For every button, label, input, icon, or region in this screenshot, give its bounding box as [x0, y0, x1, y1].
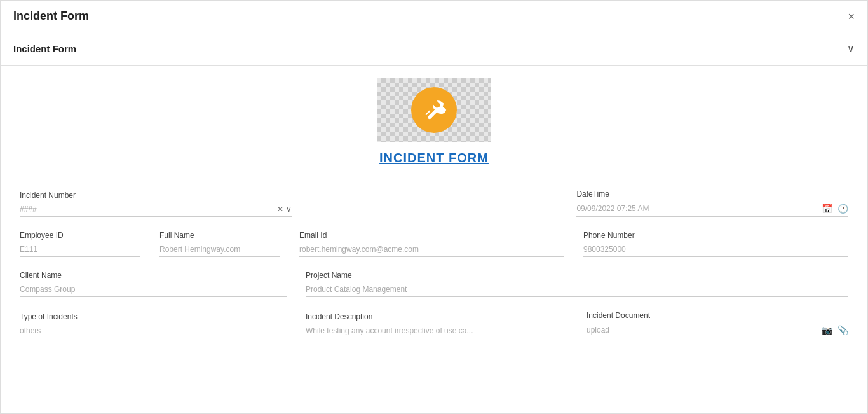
incident-doc-value: upload 📷 📎	[587, 322, 848, 338]
phone-text: 9800325000	[583, 245, 626, 254]
client-name-text: Compass Group	[20, 285, 75, 294]
wrench-icon	[421, 97, 447, 123]
employee-id-text: E111	[20, 245, 37, 254]
camera-icon[interactable]: 📷	[822, 325, 832, 335]
clear-button[interactable]: ✕ ∨	[277, 205, 291, 214]
close-button[interactable]: ×	[848, 11, 855, 22]
employee-id-field: Employee ID E111	[20, 231, 159, 257]
client-name-label: Client Name	[20, 271, 287, 280]
incident-desc-value: While testing any account irrespective o…	[306, 324, 567, 338]
full-name-label: Full Name	[159, 231, 280, 240]
incident-desc-text: While testing any account irrespective o…	[306, 326, 473, 335]
incident-type-text: others	[20, 326, 41, 335]
datetime-text: 09/09/2022 07:25 AM	[576, 204, 649, 213]
datetime-field: DateTime 09/09/2022 07:25 AM 📅 🕐	[576, 190, 848, 217]
row-employee: Employee ID E111 Full Name Robert Heming…	[20, 231, 848, 257]
email-text: robert.hemingway.com@acme.com	[299, 245, 419, 254]
incident-doc-field: Incident Document upload 📷 📎	[587, 311, 848, 338]
row-client-project: Client Name Compass Group Project Name P…	[20, 271, 848, 297]
email-value: robert.hemingway.com@acme.com	[299, 242, 564, 257]
incident-desc-field: Incident Description While testing any a…	[306, 312, 587, 338]
form-main-title: INCIDENT FORM	[379, 151, 489, 165]
phone-value: 9800325000	[583, 242, 848, 257]
logo-area: INCIDENT FORM	[20, 78, 848, 178]
employee-id-value: E111	[20, 242, 140, 257]
email-field: Email Id robert.hemingway.com@acme.com	[299, 231, 583, 257]
row-incident-number: Incident Number #### ✕ ∨ DateTime 09/09/…	[20, 190, 848, 217]
section-header-title: Incident Form	[13, 43, 76, 54]
incident-type-value: others	[20, 324, 287, 338]
project-name-field: Project Name Product Catalog Management	[306, 271, 848, 297]
doc-icons: 📷 📎	[822, 325, 848, 335]
incident-number-field: Incident Number #### ✕ ∨	[20, 191, 311, 217]
full-name-text: Robert Hemingway.com	[159, 245, 240, 254]
window-title: Incident Form	[13, 10, 89, 23]
project-name-text: Product Catalog Management	[306, 285, 407, 294]
calendar-icon[interactable]: 📅	[822, 204, 832, 214]
client-name-value: Compass Group	[20, 282, 287, 297]
content-area: INCIDENT FORM Incident Number #### ✕ ∨ D…	[1, 66, 867, 413]
client-name-field: Client Name Compass Group	[20, 271, 306, 297]
incident-number-text: ####	[20, 205, 37, 214]
datetime-value: 09/09/2022 07:25 AM 📅 🕐	[576, 201, 848, 217]
window: Incident Form × Incident Form ∨ INCIDENT…	[0, 0, 868, 414]
incident-desc-label: Incident Description	[306, 312, 567, 321]
incident-doc-text: upload	[587, 326, 609, 335]
wrench-circle	[411, 87, 457, 133]
full-name-field: Full Name Robert Hemingway.com	[159, 231, 299, 257]
row-incidents: Type of Incidents others Incident Descri…	[20, 311, 848, 338]
email-label: Email Id	[299, 231, 564, 240]
datetime-icons: 📅 🕐	[822, 204, 848, 214]
incident-number-value: #### ✕ ∨	[20, 202, 292, 217]
datetime-label: DateTime	[576, 190, 848, 198]
incident-type-label: Type of Incidents	[20, 312, 287, 321]
incident-number-label: Incident Number	[20, 191, 292, 200]
phone-label: Phone Number	[583, 231, 848, 240]
title-bar: Incident Form ×	[1, 1, 867, 32]
project-name-value: Product Catalog Management	[306, 282, 848, 297]
full-name-value: Robert Hemingway.com	[159, 242, 280, 257]
employee-id-label: Employee ID	[20, 231, 140, 240]
incident-doc-label: Incident Document	[587, 311, 848, 320]
incident-type-field: Type of Incidents others	[20, 312, 306, 338]
paperclip-icon[interactable]: 📎	[837, 325, 848, 335]
chevron-down-icon: ∨	[847, 43, 855, 55]
form-grid: Incident Number #### ✕ ∨ DateTime 09/09/…	[20, 190, 848, 352]
section-header[interactable]: Incident Form ∨	[1, 32, 867, 66]
project-name-label: Project Name	[306, 271, 848, 280]
clock-icon[interactable]: 🕐	[837, 204, 848, 214]
logo-image-wrapper	[377, 78, 491, 142]
phone-field: Phone Number 9800325000	[583, 231, 848, 257]
